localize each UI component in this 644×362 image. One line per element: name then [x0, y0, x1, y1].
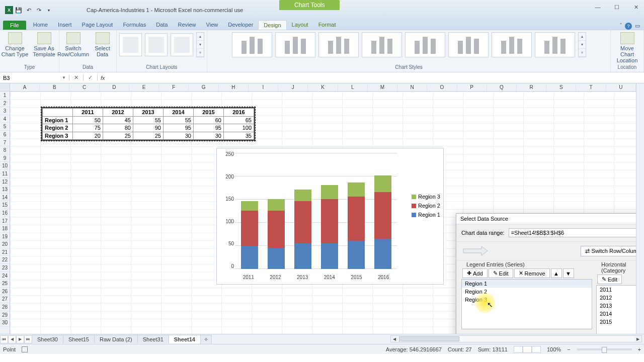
col-header[interactable]: F — [159, 83, 189, 91]
ribbon-tab-insert[interactable]: Insert — [53, 20, 77, 30]
ribbon-tab-home[interactable]: Home — [28, 20, 53, 30]
select-data-button[interactable]: Select Data — [89, 32, 116, 57]
category-item[interactable]: 2011 — [597, 286, 636, 294]
sheet-tab[interactable]: Sheet15 — [63, 335, 95, 343]
cell-grid[interactable]: ABCDEFGHIJKLMNOPQRSTU 201120122013201420… — [10, 83, 636, 334]
row-header[interactable]: 28 — [0, 303, 10, 311]
new-sheet-button[interactable]: ✧ — [200, 335, 212, 344]
col-header[interactable]: K — [308, 83, 338, 91]
ribbon-tab-format[interactable]: Format — [313, 20, 341, 30]
row-header[interactable]: 7 — [0, 139, 10, 147]
ribbon-tab-data[interactable]: Data — [151, 20, 173, 30]
col-header[interactable]: S — [546, 83, 576, 91]
row-header[interactable]: 14 — [0, 194, 10, 202]
row-header[interactable]: 18 — [0, 225, 10, 233]
undo-icon[interactable]: ↶ — [24, 6, 33, 15]
col-header[interactable]: I — [249, 83, 278, 91]
tab-nav-prev-icon[interactable]: ◀ — [8, 335, 16, 343]
save-icon[interactable]: 💾 — [14, 6, 23, 15]
embedded-chart[interactable]: 050100150200250 201120122013201420152016… — [216, 148, 444, 285]
style-gallery-more-button[interactable]: ▴▾▿ — [578, 32, 586, 57]
col-header[interactable]: P — [457, 83, 487, 91]
edit-categories-button[interactable]: ✎Edit — [597, 275, 622, 284]
row-header[interactable]: 22 — [0, 256, 10, 264]
tab-nav-last-icon[interactable]: ⏭ — [24, 335, 32, 343]
row-header[interactable]: 5 — [0, 123, 10, 131]
row-header[interactable]: 17 — [0, 217, 10, 225]
row-header[interactable]: 6 — [0, 131, 10, 139]
col-header[interactable]: A — [10, 83, 40, 91]
zoom-out-button[interactable]: − — [567, 346, 570, 352]
qat-dropdown-icon[interactable]: ▾ — [44, 6, 53, 15]
macro-record-icon[interactable] — [22, 346, 28, 352]
cancel-formula-icon[interactable]: ✕ — [69, 74, 84, 81]
col-header[interactable]: N — [397, 83, 427, 91]
col-header[interactable]: L — [338, 83, 368, 91]
chart-data-range-input[interactable]: =Sheet14!$B$3:$H$6 — [509, 228, 636, 237]
ribbon-tab-layout[interactable]: Layout — [287, 20, 313, 30]
row-header[interactable]: 1 — [0, 92, 10, 100]
row-header[interactable]: 21 — [0, 248, 10, 256]
row-header[interactable]: 25 — [0, 280, 10, 288]
row-header[interactable]: 27 — [0, 295, 10, 303]
fx-icon[interactable]: fx — [98, 75, 108, 81]
page-layout-view-button[interactable] — [523, 346, 532, 353]
chart-style-thumb[interactable] — [232, 32, 272, 57]
col-header[interactable]: B — [40, 83, 69, 91]
col-header[interactable]: J — [278, 83, 308, 91]
normal-view-button[interactable] — [514, 346, 523, 353]
close-button[interactable]: ✕ — [630, 3, 642, 11]
row-header[interactable]: 16 — [0, 209, 10, 217]
chart-layout-thumb[interactable] — [171, 33, 193, 56]
row-header[interactable]: 9 — [0, 154, 10, 162]
zoom-in-button[interactable]: + — [638, 346, 641, 352]
col-header[interactable]: Q — [487, 83, 517, 91]
col-header[interactable]: M — [368, 83, 397, 91]
chart-style-thumb[interactable] — [318, 32, 359, 57]
series-item[interactable]: Region 2 — [462, 288, 592, 296]
switch-row-column-button[interactable]: Switch Row/Column — [60, 32, 87, 57]
help-icon[interactable]: ? — [625, 23, 632, 30]
sheet-tab[interactable]: Raw Data (2) — [94, 335, 138, 343]
chart-style-thumb[interactable] — [492, 32, 532, 57]
redo-icon[interactable]: ↷ — [34, 6, 43, 15]
ribbon-tab-design[interactable]: Design — [258, 20, 286, 30]
name-box[interactable]: B3▼ — [0, 75, 69, 81]
ribbon-tab-view[interactable]: View — [201, 20, 223, 30]
series-item[interactable]: Region 1 — [462, 280, 592, 288]
ribbon-tab-page-layout[interactable]: Page Layout — [77, 20, 118, 30]
tab-nav-next-icon[interactable]: ▶ — [16, 335, 24, 343]
category-item[interactable]: 2015 — [597, 318, 636, 326]
zoom-level[interactable]: 100% — [547, 346, 561, 352]
window-options-icon[interactable]: ▭ — [635, 23, 640, 30]
row-header[interactable]: 13 — [0, 186, 10, 194]
category-item[interactable]: 2013 — [597, 302, 636, 310]
tab-nav-first-icon[interactable]: ⏮ — [0, 335, 8, 343]
chart-style-thumb[interactable] — [275, 32, 315, 57]
col-header[interactable]: D — [100, 83, 129, 91]
series-listbox[interactable]: ↖ Region 1Region 2Region 3 — [461, 279, 592, 329]
col-header[interactable]: T — [576, 83, 606, 91]
zoom-slider[interactable] — [577, 348, 632, 350]
row-header[interactable]: 20 — [0, 240, 10, 248]
maximize-button[interactable]: ☐ — [611, 3, 623, 11]
row-header[interactable]: 4 — [0, 115, 10, 123]
row-header[interactable]: 23 — [0, 264, 10, 272]
vertical-scrollbar[interactable] — [636, 83, 644, 334]
col-header[interactable]: G — [189, 83, 218, 91]
sheet-tab[interactable]: Sheet30 — [32, 335, 63, 343]
excel-icon[interactable]: X — [5, 6, 13, 14]
row-headers[interactable]: 1234567891011121314151617181920212223242… — [0, 83, 10, 334]
row-header[interactable]: 24 — [0, 272, 10, 280]
row-header[interactable]: 29 — [0, 311, 10, 319]
switch-row-column-dialog-button[interactable]: ⇄ Switch Row/Column — [581, 246, 636, 256]
col-header[interactable]: C — [69, 83, 99, 91]
minimize-button[interactable]: — — [592, 3, 604, 11]
row-header[interactable]: 3 — [0, 107, 10, 115]
category-item[interactable]: 2014 — [597, 310, 636, 318]
sheet-tab[interactable]: Sheet31 — [137, 335, 169, 343]
column-headers[interactable]: ABCDEFGHIJKLMNOPQRSTU — [10, 83, 636, 92]
ribbon-tab-developer[interactable]: Developer — [223, 20, 258, 30]
data-table-selection[interactable]: 201120122013201420152016Region 150455555… — [41, 107, 255, 141]
row-header[interactable]: 10 — [0, 162, 10, 170]
